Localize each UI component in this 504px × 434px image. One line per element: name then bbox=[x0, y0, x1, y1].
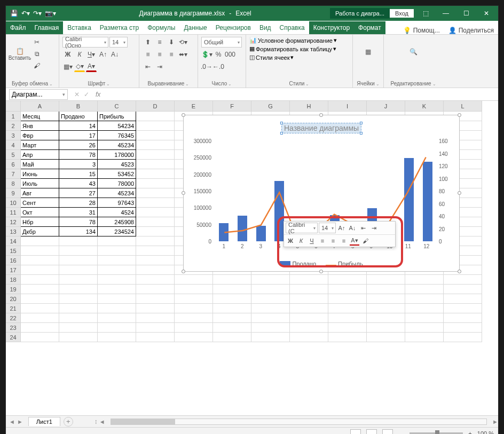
tab-insert[interactable]: Вставка bbox=[63, 21, 96, 34]
row-header[interactable]: 24 bbox=[6, 333, 21, 342]
tab-file[interactable]: Файл bbox=[6, 21, 30, 34]
cell[interactable] bbox=[136, 140, 175, 150]
cell[interactable] bbox=[136, 121, 175, 131]
cell[interactable]: 15 bbox=[59, 169, 98, 179]
col-header[interactable]: C bbox=[98, 101, 136, 112]
cell[interactable]: 27 bbox=[59, 188, 98, 198]
cell[interactable]: Сент bbox=[21, 198, 59, 208]
cell[interactable]: 28 bbox=[59, 198, 98, 208]
cell[interactable] bbox=[59, 275, 98, 285]
col-header[interactable]: D bbox=[136, 101, 175, 112]
mini-toolbar[interactable]: Calibri (С 14 A↑ A↓ ⇤ ⇥ Ж К Ч ≡ ≡ ≡ A▾ 🖌 bbox=[284, 221, 396, 247]
cell[interactable] bbox=[21, 265, 59, 275]
cell[interactable] bbox=[59, 265, 98, 275]
resize-handle[interactable] bbox=[182, 113, 185, 117]
mini-font-combo[interactable]: Calibri (С bbox=[286, 223, 318, 233]
horizontal-scrollbar[interactable] bbox=[111, 419, 487, 425]
view-layout-icon[interactable] bbox=[366, 429, 377, 435]
cell[interactable] bbox=[328, 323, 367, 333]
cell[interactable] bbox=[367, 313, 405, 323]
cell[interactable] bbox=[136, 150, 175, 160]
align-top-icon[interactable]: ⬆ bbox=[143, 37, 153, 48]
cell[interactable] bbox=[175, 294, 213, 304]
cell[interactable] bbox=[21, 304, 59, 313]
cell[interactable] bbox=[251, 285, 290, 294]
share-button[interactable]: 👤 Поделиться bbox=[444, 27, 498, 34]
cell[interactable] bbox=[213, 275, 251, 285]
row-header[interactable]: 12 bbox=[6, 217, 21, 227]
cell[interactable] bbox=[136, 188, 175, 198]
col-header[interactable]: H bbox=[290, 101, 328, 112]
view-normal-icon[interactable] bbox=[350, 429, 361, 435]
cell[interactable]: 45234 bbox=[98, 140, 136, 150]
cells-button[interactable]: ▦ bbox=[358, 37, 379, 67]
cell[interactable]: 4524 bbox=[98, 208, 136, 217]
cell[interactable] bbox=[213, 304, 251, 313]
cell[interactable]: 234524 bbox=[98, 227, 136, 236]
cell[interactable] bbox=[213, 333, 251, 342]
mini-align-left-icon[interactable]: ≡ bbox=[318, 236, 327, 246]
cell[interactable] bbox=[59, 236, 98, 246]
cell[interactable] bbox=[136, 227, 175, 236]
col-header[interactable]: B bbox=[59, 101, 98, 112]
mini-bold-icon[interactable]: Ж bbox=[286, 236, 295, 246]
undo-icon[interactable]: ↶▾ bbox=[21, 10, 30, 17]
cell[interactable]: Фвр bbox=[21, 131, 59, 140]
cell[interactable] bbox=[136, 169, 175, 179]
font-color-icon[interactable]: A▾ bbox=[86, 61, 97, 72]
signin-button[interactable]: Вход bbox=[390, 9, 414, 18]
cell[interactable] bbox=[136, 304, 175, 313]
cell[interactable] bbox=[136, 112, 175, 121]
col-header[interactable]: K bbox=[405, 101, 444, 112]
cell[interactable] bbox=[367, 304, 405, 313]
cell[interactable] bbox=[136, 275, 175, 285]
zoom-in-icon[interactable]: + bbox=[468, 430, 471, 435]
fill-color-icon[interactable]: ◇▾ bbox=[74, 61, 85, 72]
border-icon[interactable]: ▦▾ bbox=[62, 61, 73, 72]
row-header[interactable]: 9 bbox=[6, 188, 21, 198]
tab-format[interactable]: Формат bbox=[354, 21, 385, 34]
cell[interactable] bbox=[290, 304, 328, 313]
tab-review[interactable]: Рецензиров bbox=[211, 21, 255, 34]
comma-icon[interactable]: 000 bbox=[225, 49, 235, 60]
decrease-font-icon[interactable]: A↓ bbox=[109, 49, 120, 60]
resize-handle[interactable] bbox=[458, 113, 461, 117]
cell[interactable]: Март bbox=[21, 140, 59, 150]
cell[interactable] bbox=[367, 285, 405, 294]
cell[interactable]: Прибыль bbox=[98, 112, 136, 121]
cell[interactable]: Дкбр bbox=[21, 227, 59, 236]
cell[interactable]: Янв bbox=[21, 121, 59, 131]
cell[interactable] bbox=[444, 323, 482, 333]
col-header[interactable]: E bbox=[175, 101, 213, 112]
row-header[interactable]: 20 bbox=[6, 294, 21, 304]
mini-underline-icon[interactable]: Ч bbox=[307, 236, 317, 246]
cell[interactable]: 3 bbox=[59, 160, 98, 169]
align-bot-icon[interactable]: ⬇ bbox=[166, 37, 177, 48]
cell[interactable] bbox=[175, 285, 213, 294]
cell[interactable] bbox=[21, 313, 59, 323]
cell[interactable] bbox=[251, 333, 290, 342]
mini-inc-font-icon[interactable]: A↑ bbox=[337, 223, 346, 233]
row-header[interactable]: 8 bbox=[6, 179, 21, 188]
mini-font-color-icon[interactable]: A▾ bbox=[350, 236, 359, 246]
mini-size-combo[interactable]: 14 bbox=[319, 223, 336, 233]
cell[interactable] bbox=[213, 323, 251, 333]
cell[interactable] bbox=[59, 323, 98, 333]
row-header[interactable]: 3 bbox=[6, 131, 21, 140]
chart-object[interactable]: Название диаграммы 050000100000150000200… bbox=[183, 115, 460, 272]
cell[interactable] bbox=[136, 179, 175, 188]
cell[interactable] bbox=[444, 294, 482, 304]
cell[interactable] bbox=[136, 285, 175, 294]
col-header[interactable]: A bbox=[21, 101, 59, 112]
cell[interactable] bbox=[59, 246, 98, 256]
resize-handle[interactable] bbox=[319, 270, 323, 273]
cell[interactable]: Июль bbox=[21, 179, 59, 188]
cell[interactable] bbox=[136, 323, 175, 333]
currency-icon[interactable]: 💲▾ bbox=[201, 49, 212, 60]
font-size-combo[interactable]: 14 bbox=[109, 37, 128, 48]
cell[interactable] bbox=[21, 333, 59, 342]
indent-dec-icon[interactable]: ⇤ bbox=[143, 61, 153, 72]
inc-decimal-icon[interactable]: .0→ bbox=[201, 61, 212, 72]
cell[interactable] bbox=[290, 323, 328, 333]
bold-button[interactable]: Ж bbox=[62, 49, 73, 60]
